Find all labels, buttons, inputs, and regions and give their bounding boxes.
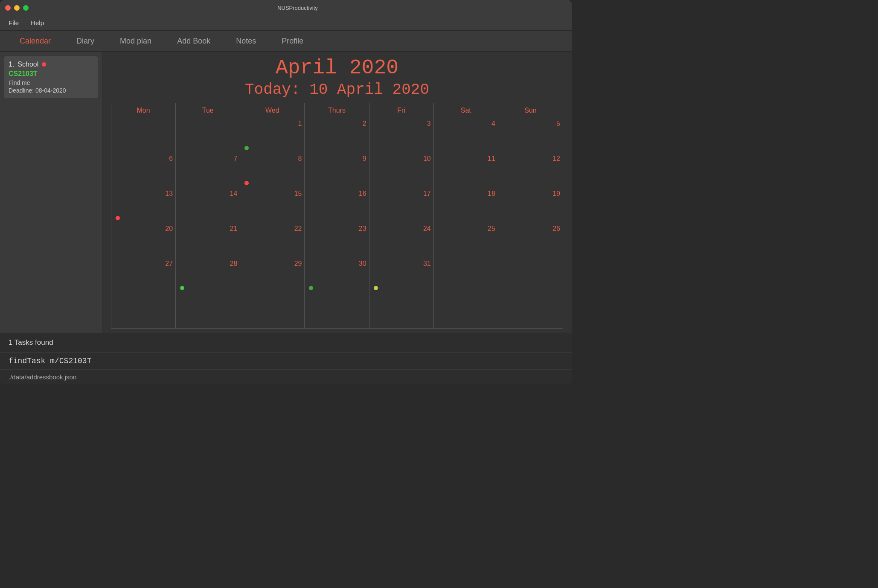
calendar-cell[interactable]: 24 [369,223,434,258]
window-title: NUSProductivity [29,5,567,11]
calendar-cell[interactable] [369,293,434,328]
calendar-event-dot [180,286,184,290]
calendar-cell[interactable]: 20 [111,223,176,258]
calendar-date: 9 [307,155,366,163]
command-bar[interactable] [0,352,572,370]
calendar-event-dot [374,286,378,290]
calendar-cell[interactable]: 17 [369,188,434,223]
calendar-date: 11 [436,155,495,163]
calendar-cell[interactable]: 4 [434,118,498,153]
calendar-cell[interactable]: 3 [369,118,434,153]
calendar-cell[interactable]: 12 [498,153,563,188]
calendar-cell[interactable] [498,293,563,328]
calendar-cell[interactable]: 6 [111,153,176,188]
command-input[interactable] [9,357,563,365]
calendar-date: 13 [114,190,173,198]
calendar-date: 17 [372,190,431,198]
tasks-found-label: 1 Tasks found [9,338,53,346]
calendar-cell[interactable]: 8 [240,153,305,188]
calendar-cell[interactable]: 1 [240,118,305,153]
calendar-cell[interactable]: 28 [176,258,240,293]
calendar-cell[interactable]: 11 [434,153,498,188]
filepath-bar: ./data/addressbook.json [0,370,572,384]
tab-notes[interactable]: Notes [223,32,269,50]
calendar-event-dot [309,286,313,290]
calendar-cell[interactable]: 25 [434,223,498,258]
calendar-event-dot [244,181,249,185]
calendar-cell[interactable]: 2 [305,118,369,153]
calendar-body: 1234567891011121314151617181920212223242… [111,118,563,328]
calendar-cell[interactable]: 5 [498,118,563,153]
calendar-cell[interactable]: 10 [369,153,434,188]
task-index: 1. [9,61,14,68]
menu-bar: File Help [0,15,572,31]
calendar-cell[interactable] [176,118,240,153]
day-header-fri: Fri [369,103,434,118]
tab-modplan[interactable]: Mod plan [107,32,164,50]
calendar-date: 25 [436,225,495,233]
calendar-cell[interactable]: 22 [240,223,305,258]
calendar-date: 15 [243,190,302,198]
calendar-cell[interactable] [176,293,240,328]
tab-addbook[interactable]: Add Book [164,32,223,50]
minimize-button[interactable] [14,5,20,11]
calendar-row: 2728293031 [111,258,563,293]
calendar-cell[interactable] [240,293,305,328]
calendar-date: 8 [243,155,302,163]
sidebar: 1. School CS2103T Find me Deadline: 08-0… [0,52,102,333]
calendar-row [111,293,563,328]
calendar-cell[interactable]: 7 [176,153,240,188]
calendar-date: 23 [307,225,366,233]
task-status-dot [42,62,46,67]
calendar-date: 20 [114,225,173,233]
calendar-cell[interactable]: 15 [240,188,305,223]
calendar-cell[interactable]: 31 [369,258,434,293]
calendar-cell[interactable] [111,293,176,328]
calendar-cell[interactable] [305,293,369,328]
calendar-cell[interactable]: 18 [434,188,498,223]
calendar-cell[interactable]: 30 [305,258,369,293]
calendar-cell[interactable]: 9 [305,153,369,188]
calendar-cell[interactable] [434,293,498,328]
calendar-cell[interactable]: 13 [111,188,176,223]
task-header: 1. School [9,61,93,68]
task-deadline: Deadline: 08-04-2020 [9,87,93,94]
close-button[interactable] [5,5,11,11]
calendar-row: 12345 [111,118,563,153]
calendar-date: 26 [501,225,560,233]
calendar-date: 7 [178,155,237,163]
menu-file[interactable]: File [7,18,20,27]
calendar-cell[interactable] [434,258,498,293]
calendar-grid: Mon Tue Wed Thurs Fri Sat Sun 1234567891… [111,103,563,329]
calendar-cell[interactable]: 14 [176,188,240,223]
tab-profile[interactable]: Profile [269,32,316,50]
traffic-lights [5,5,29,11]
fullscreen-button[interactable] [23,5,29,11]
calendar-event-dot [116,216,120,220]
calendar-date: 4 [436,120,495,128]
calendar-date: 2 [307,120,366,128]
calendar-day-headers: Mon Tue Wed Thurs Fri Sat Sun [111,103,563,118]
calendar-date: 29 [243,260,302,268]
calendar-date: 27 [114,260,173,268]
calendar-cell[interactable] [111,118,176,153]
calendar-date: 19 [501,190,560,198]
calendar-cell[interactable] [498,258,563,293]
calendar-cell[interactable]: 27 [111,258,176,293]
calendar-cell[interactable]: 23 [305,223,369,258]
main-content: 1. School CS2103T Find me Deadline: 08-0… [0,52,572,333]
calendar-cell[interactable]: 21 [176,223,240,258]
tab-calendar[interactable]: Calendar [7,32,64,50]
task-item: 1. School CS2103T Find me Deadline: 08-0… [4,56,98,98]
task-module: CS2103T [9,70,93,78]
calendar-row: 6789101112 [111,153,563,188]
calendar-cell[interactable]: 29 [240,258,305,293]
tab-diary[interactable]: Diary [64,32,107,50]
calendar-date: 12 [501,155,560,163]
day-header-wed: Wed [240,103,305,118]
calendar-cell[interactable]: 26 [498,223,563,258]
calendar-cell[interactable]: 16 [305,188,369,223]
menu-help[interactable]: Help [29,18,46,27]
calendar-row: 20212223242526 [111,223,563,258]
calendar-cell[interactable]: 19 [498,188,563,223]
